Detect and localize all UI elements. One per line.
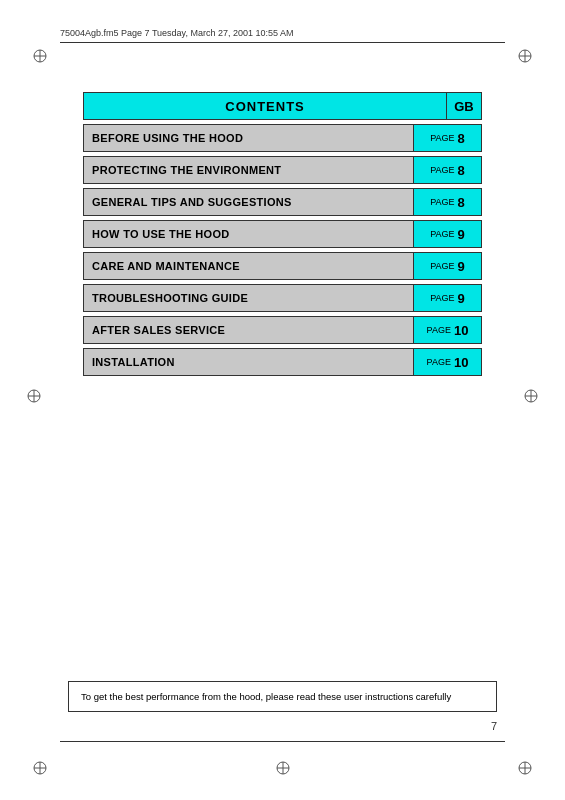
footer-line: [60, 741, 505, 742]
toc-page-cell: PAGE9: [413, 253, 481, 279]
gb-label: GB: [454, 99, 474, 114]
crosshair-top-left: [32, 48, 48, 64]
toc-page-cell: PAGE8: [413, 125, 481, 151]
page-word: PAGE: [430, 229, 454, 239]
crosshair-top-right: [517, 48, 533, 64]
toc-row: BEFORE USING THE HOODPAGE8: [83, 124, 482, 152]
contents-header-row: CONTENTS GB: [83, 92, 482, 120]
toc-page-cell: PAGE10: [413, 349, 481, 375]
toc-label: PROTECTING THE ENVIRONMENT: [84, 164, 413, 176]
page-word: PAGE: [430, 165, 454, 175]
toc-page-cell: PAGE10: [413, 317, 481, 343]
toc-page-cell: PAGE9: [413, 221, 481, 247]
toc-label: INSTALLATION: [84, 356, 413, 368]
toc-row: PROTECTING THE ENVIRONMENTPAGE8: [83, 156, 482, 184]
crosshair-bottom-center: [275, 760, 291, 776]
toc-row: GENERAL TIPS AND SUGGESTIONSPAGE8: [83, 188, 482, 216]
page-num: 10: [454, 355, 468, 370]
page-word: PAGE: [430, 293, 454, 303]
toc-row: HOW TO USE THE HOODPAGE9: [83, 220, 482, 248]
crosshair-mid-right: [523, 388, 539, 404]
toc-label: BEFORE USING THE HOOD: [84, 132, 413, 144]
contents-title: CONTENTS: [225, 99, 305, 114]
page-word: PAGE: [427, 325, 451, 335]
toc-row: INSTALLATIONPAGE10: [83, 348, 482, 376]
toc-label: HOW TO USE THE HOOD: [84, 228, 413, 240]
toc-rows-container: BEFORE USING THE HOODPAGE8PROTECTING THE…: [83, 124, 482, 376]
contents-area: CONTENTS GB BEFORE USING THE HOODPAGE8PR…: [83, 92, 482, 380]
toc-label: AFTER SALES SERVICE: [84, 324, 413, 336]
page-num: 10: [454, 323, 468, 338]
page-num: 9: [458, 291, 465, 306]
toc-page-cell: PAGE8: [413, 189, 481, 215]
toc-page-cell: PAGE8: [413, 157, 481, 183]
page-word: PAGE: [430, 133, 454, 143]
page-number: 7: [491, 720, 497, 732]
contents-title-cell: CONTENTS: [83, 92, 446, 120]
page-num: 9: [458, 227, 465, 242]
toc-label: GENERAL TIPS AND SUGGESTIONS: [84, 196, 413, 208]
header-line: [60, 42, 505, 43]
toc-row: CARE AND MAINTENANCEPAGE9: [83, 252, 482, 280]
header-bar: 75004Agb.fm5 Page 7 Tuesday, March 27, 2…: [60, 28, 505, 38]
page-word: PAGE: [427, 357, 451, 367]
crosshair-bottom-left: [32, 760, 48, 776]
toc-row: TROUBLESHOOTING GUIDEPAGE9: [83, 284, 482, 312]
page-word: PAGE: [430, 197, 454, 207]
bottom-note-text: To get the best performance from the hoo…: [81, 691, 451, 702]
toc-page-cell: PAGE9: [413, 285, 481, 311]
toc-label: CARE AND MAINTENANCE: [84, 260, 413, 272]
header-filename: 75004Agb.fm5 Page 7 Tuesday, March 27, 2…: [60, 28, 294, 38]
crosshair-mid-left: [26, 388, 42, 404]
page-container: 75004Agb.fm5 Page 7 Tuesday, March 27, 2…: [0, 0, 565, 800]
crosshair-bottom-right: [517, 760, 533, 776]
toc-row: AFTER SALES SERVICEPAGE10: [83, 316, 482, 344]
page-word: PAGE: [430, 261, 454, 271]
page-num: 8: [458, 131, 465, 146]
contents-gb-cell: GB: [446, 92, 482, 120]
toc-label: TROUBLESHOOTING GUIDE: [84, 292, 413, 304]
page-num: 8: [458, 195, 465, 210]
bottom-note: To get the best performance from the hoo…: [68, 681, 497, 712]
page-num: 8: [458, 163, 465, 178]
page-num: 9: [458, 259, 465, 274]
